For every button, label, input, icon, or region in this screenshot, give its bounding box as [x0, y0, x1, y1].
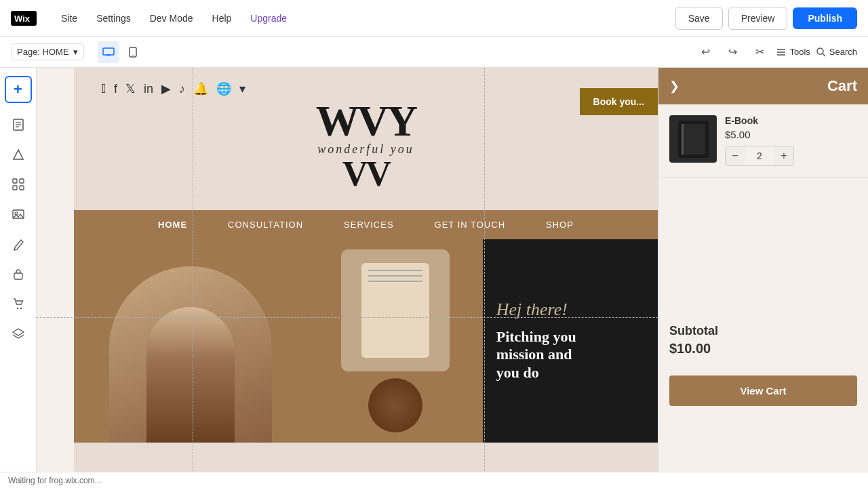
preview-button[interactable]: Preview [728, 7, 788, 30]
nav-devmode[interactable]: Dev Mode [142, 9, 201, 28]
phone-mockup [341, 249, 450, 371]
hero-section: Hej there! Pitching youmission andyou do [74, 239, 658, 443]
save-button[interactable]: Save [675, 7, 723, 30]
dropdown-chevron-icon[interactable]: ▾ [239, 81, 245, 96]
hero-phone-area [307, 239, 482, 443]
svg-rect-16 [20, 186, 24, 190]
scissors-icon[interactable]: ✂ [749, 41, 770, 63]
site-content: 𝕀 f 𝕏 in ▶ ♪ 🔔 🌐 ▾ Book you... WVY wonde… [74, 68, 658, 488]
phone-screen [361, 263, 429, 358]
instagram-icon[interactable]: 𝕀 [101, 81, 106, 96]
site-header: 𝕀 f 𝕏 in ▶ ♪ 🔔 🌐 ▾ Book you... WVY wonde… [74, 68, 658, 210]
quantity-decrease-button[interactable]: − [726, 146, 745, 165]
toolbar-nav: Site Settings Dev Mode Help Upgrade [53, 9, 295, 28]
nav-settings[interactable]: Settings [88, 9, 139, 28]
svg-rect-15 [13, 186, 17, 190]
nav-items: HOME CONSULTATION SERVICES GET IN TOUCH … [138, 210, 594, 239]
subtotal-label: Subtotal [669, 324, 857, 338]
cart-item-name: E-Book [725, 115, 857, 126]
svg-point-21 [20, 308, 21, 309]
svg-text:Wix: Wix [14, 14, 31, 24]
main-area: + [0, 68, 868, 488]
view-cart-button[interactable]: View Cart [669, 375, 857, 406]
cart-item: E-Book $5.00 − 2 + [658, 104, 868, 178]
page-selector-label: Page: HOME [17, 47, 69, 57]
sidebar-design-icon[interactable] [5, 141, 32, 168]
sidebar-paint-icon[interactable] [5, 230, 32, 258]
page-selector[interactable]: Page: HOME ▾ [11, 43, 84, 60]
quantity-increase-button[interactable]: + [774, 146, 793, 165]
tiktok-icon[interactable]: ♪ [179, 82, 185, 96]
ebook-cover [678, 121, 709, 158]
sidebar-lock-icon[interactable] [5, 260, 32, 287]
site-nav: HOME CONSULTATION SERVICES GET IN TOUCH … [74, 210, 658, 239]
top-toolbar: Wix Site Settings Dev Mode Help Upgrade … [0, 0, 868, 37]
cart-subtotal: Subtotal $10.00 [658, 313, 868, 367]
linkedin-icon[interactable]: in [144, 82, 153, 96]
toolbar-right: Save Preview Publish [675, 7, 857, 30]
facebook-icon[interactable]: f [114, 82, 117, 96]
social-icons-bar: 𝕀 f 𝕏 in ▶ ♪ 🔔 🌐 ▾ [101, 81, 245, 96]
nav-shop[interactable]: SHOP [526, 210, 594, 239]
cart-back-button[interactable]: ❯ [669, 79, 679, 94]
secondary-toolbar: Page: HOME ▾ ↩ ↪ ✂ Tools Search [0, 37, 868, 68]
nav-site[interactable]: Site [53, 9, 85, 28]
cart-empty-space [658, 178, 868, 313]
book-button[interactable]: Book you... [580, 88, 658, 115]
svg-point-20 [16, 308, 18, 309]
bell-icon[interactable]: 🔔 [193, 81, 208, 96]
sidebar-shop-icon[interactable] [5, 290, 32, 317]
twitter-icon[interactable]: 𝕏 [125, 81, 136, 96]
desktop-icon[interactable] [98, 41, 119, 63]
tools-button[interactable]: Tools [776, 47, 810, 58]
svg-rect-19 [14, 273, 22, 279]
cart-item-price: $5.00 [725, 129, 857, 140]
subtotal-value: $10.00 [669, 341, 857, 357]
status-text: Waiting for frog.wix.com... [8, 476, 102, 485]
svg-rect-13 [13, 179, 17, 183]
hero-greeting: Hej there! [496, 300, 644, 320]
canvas-area: 𝕀 f 𝕏 in ▶ ♪ 🔔 🌐 ▾ Book you... WVY wonde… [37, 68, 868, 488]
chevron-down-icon: ▾ [73, 47, 78, 57]
cart-header: ❯ Cart [658, 68, 868, 104]
cart-title: Cart [827, 77, 857, 95]
sidebar-pages-icon[interactable] [5, 111, 32, 138]
sidebar-layers-icon[interactable] [5, 320, 32, 347]
youtube-icon[interactable]: ▶ [161, 81, 171, 96]
nav-consultation[interactable]: CONSULTATION [208, 210, 323, 239]
site-logo: WVY wonderful you VV [101, 96, 631, 197]
tools-label: Tools [789, 47, 810, 57]
hero-person-area [74, 239, 307, 443]
sidebar-media-icon[interactable] [5, 201, 32, 228]
wix-logo: Wix [11, 11, 37, 26]
svg-point-7 [817, 48, 823, 54]
cart-item-image [669, 115, 717, 163]
add-element-button[interactable]: + [5, 76, 32, 103]
cart-panel: ❯ Cart E-Book $5.00 − 2 + [658, 68, 868, 488]
publish-button[interactable]: Publish [793, 7, 857, 29]
redo-button[interactable]: ↪ [722, 41, 743, 63]
hero-headline: Pitching youmission andyou do [496, 328, 644, 382]
profile-icon[interactable]: 🌐 [216, 81, 231, 96]
search-button[interactable]: Search [816, 47, 857, 58]
nav-get-in-touch[interactable]: GET IN TOUCH [414, 210, 526, 239]
person-silhouette [146, 307, 235, 443]
hero-person-circle [109, 266, 272, 443]
nav-services[interactable]: SERVICES [323, 210, 414, 239]
search-label: Search [829, 47, 857, 57]
toolbar2-right: ↩ ↪ ✂ Tools Search [694, 41, 857, 63]
mobile-icon[interactable] [122, 41, 144, 63]
coffee-cup [368, 378, 422, 432]
nav-home[interactable]: HOME [138, 210, 208, 239]
device-toggle [98, 41, 144, 63]
svg-rect-14 [20, 179, 24, 183]
cart-quantity-control: − 2 + [725, 146, 794, 166]
quantity-value: 2 [750, 150, 769, 161]
undo-button[interactable]: ↩ [694, 41, 716, 63]
sidebar-apps-icon[interactable] [5, 171, 32, 198]
cart-item-details: E-Book $5.00 − 2 + [725, 115, 857, 166]
nav-help[interactable]: Help [204, 9, 240, 28]
status-bar: Waiting for frog.wix.com... [0, 472, 868, 488]
hero-text-area: Hej there! Pitching youmission andyou do [483, 239, 658, 443]
nav-upgrade[interactable]: Upgrade [242, 9, 295, 28]
